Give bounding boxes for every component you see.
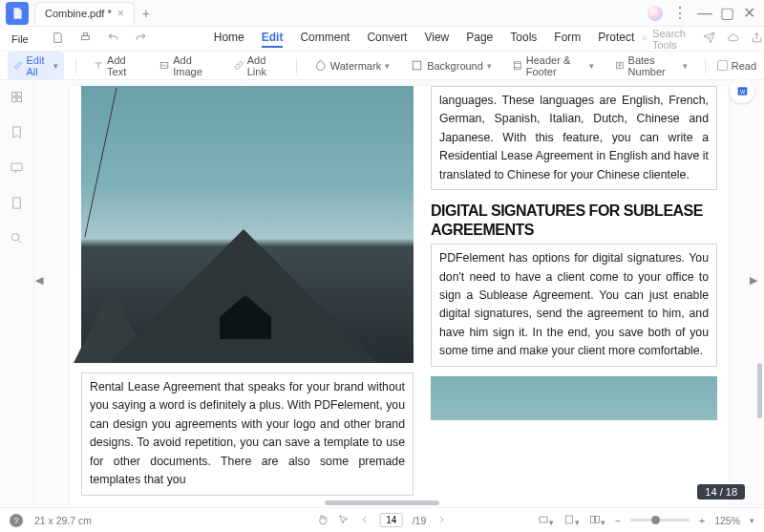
hand-tool-icon[interactable] [317,514,329,527]
tab-tools[interactable]: Tools [510,31,537,48]
close-window-button[interactable]: ✕ [743,4,756,22]
thumbnails-icon[interactable] [10,90,24,108]
kebab-icon[interactable]: ⋮ [672,4,688,22]
file-menu[interactable]: File [6,33,34,45]
select-tool-icon[interactable] [338,514,350,527]
document-image[interactable] [81,86,414,363]
add-text-button[interactable]: Add Text [88,52,144,80]
document-canvas[interactable]: Rental Lease Agreement that speaks for y… [34,80,764,505]
text-block-bottom-right[interactable]: PDFelement has options for digital signa… [431,244,717,367]
zoom-level[interactable]: 125% [714,515,740,526]
minimize-button[interactable]: — [697,5,711,22]
heading-digital-signatures[interactable]: DIGITAL SIGNATURES FOR SUBLEASE AGREEMEN… [431,202,717,240]
document-tab[interactable]: Combine.pdf * × [34,2,135,25]
watermark-button[interactable]: Watermark▾ [308,56,395,74]
bates-number-button[interactable]: Bates Number▾ [609,52,693,80]
send-icon[interactable] [703,31,715,48]
next-page-icon[interactable] [435,514,447,527]
next-page-handle[interactable]: ▶ [749,267,758,292]
add-link-button[interactable]: Add Link [228,52,285,80]
page-size-label: 21 x 29.7 cm [34,515,92,526]
vertical-scrollbar[interactable] [757,363,762,418]
svg-rect-9 [12,97,16,101]
tab-convert[interactable]: Convert [367,31,407,48]
share-icon[interactable] [751,31,763,48]
menu-bar: File Home Edit Comment Convert View Page… [0,27,764,52]
search-panel-icon[interactable] [10,231,24,249]
convert-word-icon[interactable]: W [730,78,754,103]
tab-comment[interactable]: Comment [300,31,350,48]
tab-protect[interactable]: Protect [598,31,634,48]
tab-title: Combine.pdf * [45,8,112,19]
new-tab-button[interactable]: + [135,6,158,21]
document-image-2[interactable] [431,376,717,420]
prev-page-icon[interactable] [359,514,371,527]
svg-rect-17 [565,516,572,523]
comment-panel-icon[interactable] [10,160,24,179]
svg-rect-11 [11,163,22,171]
tab-form[interactable]: Form [554,31,581,48]
read-toggle[interactable]: Read [717,60,756,72]
undo-icon[interactable] [101,29,125,50]
print-icon[interactable] [74,29,97,50]
svg-rect-8 [17,93,21,96]
header-footer-button[interactable]: Header & Footer▾ [507,52,600,80]
svg-point-13 [12,234,20,242]
zoom-in-icon[interactable]: + [699,515,705,526]
tab-home[interactable]: Home [214,31,244,48]
page-input[interactable] [380,513,403,527]
edit-toolbar: Edit All▾ Add Text Add Image Add Link Wa… [0,52,764,80]
svg-rect-12 [13,198,21,208]
edit-all-button[interactable]: Edit All▾ [8,52,64,80]
page-count-badge: 14 / 18 [697,484,745,500]
svg-rect-1 [83,32,87,35]
cloud-icon[interactable] [727,31,739,48]
prev-page-handle[interactable]: ◀ [34,267,44,292]
svg-rect-0 [81,35,89,39]
profile-orb-icon[interactable] [647,6,663,21]
left-sidebar [0,80,34,505]
tab-page[interactable]: Page [466,31,493,48]
status-bar: ? 21 x 29.7 cm /19 ▾ ▾ ▾ − + 125%▾ [0,507,764,532]
zoom-out-icon[interactable]: − [615,515,621,526]
title-bar: Combine.pdf * × + ⋮ — ▢ ✕ [0,0,764,27]
tab-view[interactable]: View [424,31,449,48]
tab-edit[interactable]: Edit [262,31,284,48]
fit-width-icon[interactable]: ▾ [538,514,554,527]
layout-mode-icon[interactable]: ▾ [589,514,605,527]
svg-point-2 [643,36,646,39]
search-tools[interactable]: Search Tools [642,28,690,51]
text-block-left[interactable]: Rental Lease Agreement that speaks for y… [81,372,414,496]
close-tab-icon[interactable]: × [117,7,124,20]
svg-rect-19 [595,516,599,522]
text-block-top-right[interactable]: languages. These languages are English, … [431,86,717,190]
total-pages-label: /19 [413,515,427,526]
save-icon[interactable] [46,29,70,50]
bookmark-icon[interactable] [10,125,24,143]
svg-rect-18 [590,516,594,522]
svg-text:W: W [739,88,745,94]
svg-rect-7 [12,93,16,96]
svg-rect-10 [17,97,21,101]
attachment-icon[interactable] [10,196,24,214]
maximize-button[interactable]: ▢ [720,4,733,22]
zoom-slider[interactable] [630,519,690,521]
redo-icon[interactable] [129,29,153,50]
help-icon[interactable]: ? [10,514,23,527]
view-mode-icon[interactable]: ▾ [563,514,580,527]
background-button[interactable]: Background▾ [405,56,498,74]
svg-rect-4 [413,61,421,70]
svg-rect-16 [540,517,547,522]
svg-rect-5 [515,62,521,69]
pdf-page: Rental Lease Agreement that speaks for y… [70,86,729,505]
app-logo-icon [6,2,29,25]
horizontal-scrollbar[interactable] [325,500,439,505]
add-image-button[interactable]: Add Image [154,52,219,80]
